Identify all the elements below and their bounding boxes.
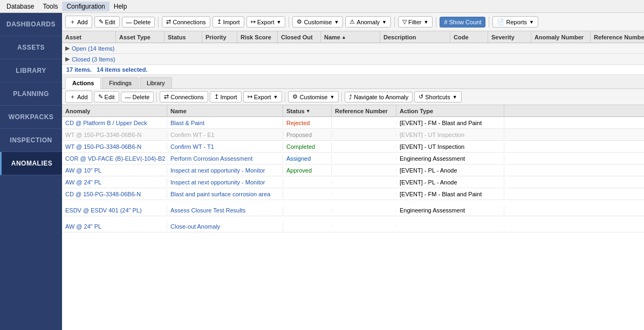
header-risk-score[interactable]: Risk Score bbox=[237, 31, 278, 43]
sidebar-item-dashboards[interactable]: DASHBOARDS bbox=[0, 13, 62, 36]
sub-add-button[interactable]: ＋ Add bbox=[65, 91, 92, 103]
table-row[interactable]: WT @ 150-PG-3348-06B6-N Confirm WT - T1 … bbox=[62, 141, 644, 153]
anomaly-button[interactable]: ⚠ Anomaly ▼ bbox=[345, 16, 391, 28]
actions-header-refnum[interactable]: Reference Number bbox=[332, 105, 396, 116]
anomaly-value[interactable]: COR @ VD-FACE (B)-ELEV(-104)-B2 bbox=[65, 155, 165, 162]
sub-import-button[interactable]: ↥ Import bbox=[210, 91, 242, 102]
menu-tools[interactable]: Tools bbox=[38, 2, 62, 11]
customise-button[interactable]: ⚙ Customise ▼ bbox=[292, 16, 343, 28]
sidebar-item-planning[interactable]: PLANNING bbox=[0, 82, 62, 106]
reports-icon: 📄 bbox=[497, 18, 504, 25]
table-row[interactable]: AW @ 24" PL Close-out Anomaly bbox=[62, 221, 644, 232]
header-asset-type[interactable]: Asset Type bbox=[116, 31, 165, 43]
import-button[interactable]: ↥ Import bbox=[213, 16, 244, 28]
cell-refnum bbox=[332, 181, 396, 183]
cell-refnum bbox=[332, 169, 396, 171]
actions-table-header: Anomaly Name Status ▼ Reference Number A… bbox=[62, 105, 644, 117]
sidebar-item-workpacks[interactable]: WORKPACKS bbox=[0, 106, 62, 129]
table-row[interactable]: AW @ 10" PL Inspect at next opportunity … bbox=[62, 164, 644, 176]
sub-delete-button[interactable]: — Delete bbox=[121, 92, 154, 102]
anomaly-value[interactable]: CD @ Platform B / Upper Deck bbox=[65, 120, 147, 126]
name-value[interactable]: Close-out Anomaly bbox=[170, 223, 220, 230]
sidebar-item-assets[interactable]: ASSETS bbox=[0, 36, 62, 59]
anomaly-value[interactable]: ESDV @ ESDV 401 (24" PL) bbox=[65, 207, 142, 214]
sub-edit-icon: ✎ bbox=[98, 93, 103, 100]
reports-button[interactable]: 📄 Reports ▼ bbox=[492, 16, 538, 28]
table-row[interactable]: CD @ 150-PG-3348-06B6-N Blast and paint … bbox=[62, 188, 644, 200]
cell-acttype: Engineering Assessment bbox=[396, 206, 504, 215]
sub-export-button[interactable]: ↦ Export ▼ bbox=[243, 91, 283, 102]
anomaly-value[interactable]: WT @ 150-PG-3348-06B6-N bbox=[65, 143, 141, 150]
actions-sort-icon: ▼ bbox=[306, 108, 311, 114]
group-open-toggle: ▶ bbox=[65, 45, 70, 52]
header-description[interactable]: Description bbox=[380, 31, 450, 43]
name-value[interactable]: Blast and paint surface corrosion area bbox=[170, 191, 270, 197]
header-reference-number[interactable]: Reference Number bbox=[591, 31, 644, 43]
table-row[interactable]: CD @ Platform B / Upper Deck Blast & Pai… bbox=[62, 117, 644, 129]
name-value[interactable]: Perform Corrosion Assessment bbox=[170, 155, 252, 162]
tab-findings[interactable]: Findings bbox=[102, 77, 139, 88]
header-name[interactable]: Name ▲ bbox=[321, 31, 380, 43]
header-code[interactable]: Code bbox=[450, 31, 488, 43]
table-row[interactable]: AW @ 24" PL Inspect at next opportunity … bbox=[62, 176, 644, 188]
actions-header-status[interactable]: Status ▼ bbox=[283, 105, 332, 116]
menu-configuration[interactable]: Configuration bbox=[62, 2, 109, 11]
add-button[interactable]: ＋ Add bbox=[65, 16, 92, 28]
header-severity[interactable]: Severity bbox=[488, 31, 531, 43]
cell-name: Close-out Anomaly bbox=[167, 222, 283, 231]
header-closed-out[interactable]: Closed Out bbox=[278, 31, 321, 43]
header-asset[interactable]: Asset bbox=[62, 31, 116, 43]
actions-header-anomaly[interactable]: Anomaly bbox=[62, 105, 167, 116]
table-row[interactable]: WT @ 150-PG-3348-06B6-N Confirm WT - E1 … bbox=[62, 129, 644, 141]
group-open[interactable]: ▶ Open (14 Items) bbox=[62, 43, 644, 54]
sub-sep2 bbox=[285, 92, 285, 102]
anomaly-value[interactable]: AW @ 10" PL bbox=[65, 167, 101, 174]
sub-customise-button[interactable]: ⚙ Customise ▼ bbox=[288, 91, 339, 102]
edit-button[interactable]: ✎ Edit bbox=[94, 16, 120, 28]
sidebar-item-inspection[interactable]: INSPECTION bbox=[0, 129, 62, 152]
connections-icon: ⇄ bbox=[166, 18, 171, 25]
actions-table-inner: CD @ Platform B / Upper Deck Blast & Pai… bbox=[62, 117, 644, 232]
delete-button[interactable]: — Delete bbox=[122, 17, 155, 28]
delete-icon: — bbox=[126, 19, 132, 25]
shortcuts-button[interactable]: ↺ Shortcuts ▼ bbox=[414, 91, 461, 102]
table-row[interactable]: COR @ VD-FACE (B)-ELEV(-104)-B2 Perform … bbox=[62, 153, 644, 164]
navigate-anomaly-button[interactable]: ⤴ Navigate to Anomaly bbox=[345, 92, 413, 102]
cell-acttype: Engineering Assessment bbox=[396, 154, 504, 163]
cell-name: Inspect at next opportunity - Monitor bbox=[167, 166, 283, 175]
connections-button[interactable]: ⇄ Connections bbox=[162, 16, 210, 28]
menu-help[interactable]: Help bbox=[109, 2, 132, 11]
actions-header-name[interactable]: Name bbox=[167, 105, 283, 116]
cell-status bbox=[283, 193, 332, 195]
filter-button[interactable]: ▽ Filter ▼ bbox=[398, 16, 433, 28]
menu-database[interactable]: Database bbox=[2, 2, 38, 11]
show-count-button[interactable]: # Show Count bbox=[440, 17, 485, 28]
name-value[interactable]: Confirm WT - T1 bbox=[170, 143, 214, 150]
summary-row: 17 items. 14 items selected. bbox=[62, 65, 644, 75]
sub-connections-button[interactable]: ⇄ Connections bbox=[160, 91, 208, 102]
actions-header-acttype[interactable]: Action Type bbox=[396, 105, 504, 116]
anomaly-value[interactable]: AW @ 24" PL bbox=[65, 179, 101, 185]
table-row[interactable]: ESDV @ ESDV 401 (24" PL) Assess Closure … bbox=[62, 204, 644, 216]
name-value[interactable]: Inspect at next opportunity - Monitor bbox=[170, 179, 265, 185]
anomaly-value[interactable]: AW @ 24" PL bbox=[65, 223, 101, 230]
export-button[interactable]: ↦ Export ▼ bbox=[246, 16, 286, 28]
name-value[interactable]: Inspect at next opportunity - Monitor bbox=[170, 167, 265, 174]
sidebar-item-library[interactable]: LIBRARY bbox=[0, 59, 62, 82]
sidebar-item-anomalies[interactable]: ANOMALIES bbox=[0, 152, 62, 175]
tab-actions[interactable]: Actions bbox=[65, 77, 101, 89]
customise-icon: ⚙ bbox=[297, 18, 302, 25]
name-value[interactable]: Assess Closure Test Results bbox=[170, 207, 245, 214]
cell-acttype: [EVENT] - FM - Blast and Paint bbox=[396, 119, 504, 127]
anomaly-value: WT @ 150-PG-3348-06B6-N bbox=[65, 132, 141, 138]
header-anomaly-number[interactable]: Anomaly Number bbox=[531, 31, 591, 43]
cell-anomaly: CD @ Platform B / Upper Deck bbox=[62, 119, 167, 127]
sub-export-icon: ↦ bbox=[248, 93, 252, 100]
header-priority[interactable]: Priority bbox=[202, 31, 237, 43]
header-status[interactable]: Status bbox=[165, 31, 202, 43]
name-value[interactable]: Blast & Paint bbox=[170, 120, 204, 126]
anomaly-value[interactable]: CD @ 150-PG-3348-06B6-N bbox=[65, 191, 141, 197]
sub-edit-button[interactable]: ✎ Edit bbox=[94, 91, 119, 102]
tab-library[interactable]: Library bbox=[140, 77, 172, 88]
group-closed[interactable]: ▶ Closed (3 Items) bbox=[62, 54, 644, 65]
